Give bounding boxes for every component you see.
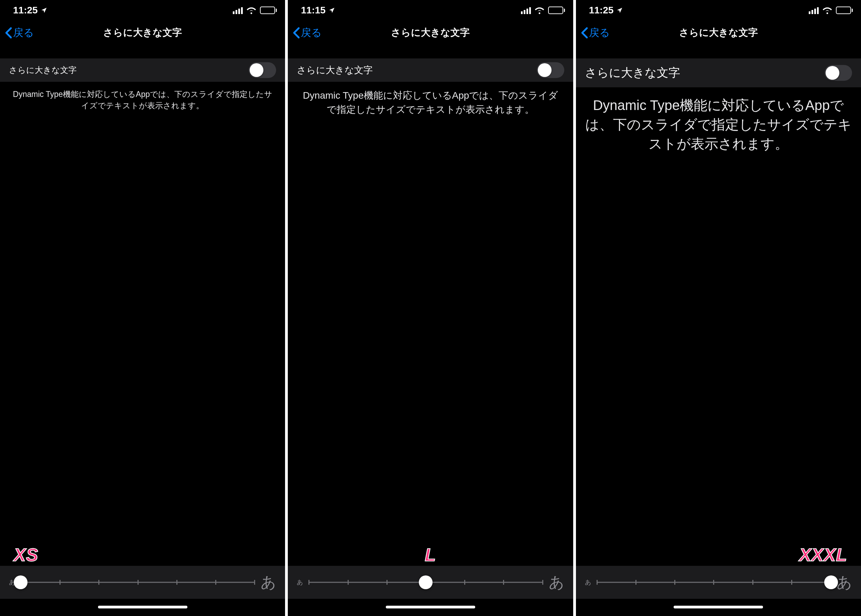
description-text: Dynamic Type機能に対応しているAppでは、下のスライダで指定したサイ… bbox=[288, 82, 573, 116]
toggle-switch[interactable] bbox=[249, 62, 276, 78]
text-size-slider-bar: あ あ bbox=[576, 566, 861, 599]
back-button[interactable]: 戻る bbox=[581, 26, 610, 40]
status-bar: 11:15 bbox=[288, 0, 573, 20]
back-button[interactable]: 戻る bbox=[293, 26, 322, 40]
screen-l: 11:15 戻る さらに大きな文字 bbox=[288, 0, 573, 616]
slider-min-glyph: あ bbox=[585, 578, 591, 586]
slider-min-glyph: あ bbox=[297, 578, 303, 586]
home-indicator[interactable] bbox=[674, 606, 763, 608]
screen-xs: 11:25 戻る さらに大きな文字 bbox=[0, 0, 285, 616]
toggle-switch[interactable] bbox=[825, 65, 852, 81]
home-indicator-area bbox=[576, 599, 861, 616]
wifi-icon bbox=[534, 6, 545, 14]
cellular-icon bbox=[809, 6, 819, 14]
size-badge: XXXL bbox=[799, 545, 847, 565]
back-label: 戻る bbox=[13, 26, 34, 40]
page-title: さらに大きな文字 bbox=[391, 26, 470, 39]
text-size-slider[interactable] bbox=[597, 575, 831, 589]
status-time: 11:25 bbox=[13, 5, 38, 16]
status-bar: 11:25 bbox=[576, 0, 861, 20]
cellular-icon bbox=[233, 6, 243, 14]
status-time: 11:25 bbox=[589, 5, 614, 16]
status-time: 11:15 bbox=[301, 5, 326, 16]
page-title: さらに大きな文字 bbox=[679, 26, 758, 39]
description-text: Dynamic Type機能に対応しているAppでは、下のスライダで指定したサイ… bbox=[0, 82, 285, 112]
size-badge: XS bbox=[14, 545, 38, 565]
back-button[interactable]: 戻る bbox=[5, 26, 34, 40]
home-indicator[interactable] bbox=[98, 606, 187, 608]
wifi-icon bbox=[246, 6, 257, 14]
larger-text-toggle-row[interactable]: さらに大きな文字 bbox=[0, 58, 285, 82]
nav-bar: 戻る さらに大きな文字 bbox=[288, 20, 573, 45]
slider-max-glyph: あ bbox=[261, 572, 276, 592]
text-size-slider-bar: あ あ bbox=[288, 566, 573, 599]
text-size-slider-bar: あ あ bbox=[0, 566, 285, 599]
nav-bar: 戻る さらに大きな文字 bbox=[0, 20, 285, 45]
description-text: Dynamic Type機能に対応しているAppでは、下のスライダで指定したサイ… bbox=[576, 87, 861, 153]
home-indicator-area bbox=[0, 599, 285, 616]
slider-max-glyph: あ bbox=[549, 572, 564, 592]
larger-text-toggle-row[interactable]: さらに大きな文字 bbox=[576, 58, 861, 87]
size-badge: L bbox=[425, 545, 436, 565]
battery-icon bbox=[548, 6, 565, 14]
toggle-label: さらに大きな文字 bbox=[297, 64, 373, 76]
back-label: 戻る bbox=[589, 26, 610, 40]
back-label: 戻る bbox=[301, 26, 322, 40]
wifi-icon bbox=[822, 6, 833, 14]
slider-max-glyph: あ bbox=[837, 572, 852, 592]
toggle-label: さらに大きな文字 bbox=[585, 65, 680, 81]
battery-icon bbox=[260, 6, 277, 14]
larger-text-toggle-row[interactable]: さらに大きな文字 bbox=[288, 58, 573, 82]
page-title: さらに大きな文字 bbox=[103, 26, 182, 39]
toggle-switch[interactable] bbox=[537, 62, 564, 78]
text-size-slider[interactable] bbox=[309, 575, 543, 589]
status-bar: 11:25 bbox=[0, 0, 285, 20]
location-icon bbox=[328, 7, 335, 14]
text-size-slider[interactable] bbox=[20, 575, 255, 589]
home-indicator-area bbox=[288, 599, 573, 616]
nav-bar: 戻る さらに大きな文字 bbox=[576, 20, 861, 45]
screen-xxxl: 11:25 戻る さらに大きな文字 bbox=[576, 0, 861, 616]
cellular-icon bbox=[521, 6, 531, 14]
battery-icon bbox=[836, 6, 853, 14]
home-indicator[interactable] bbox=[386, 606, 475, 608]
toggle-label: さらに大きな文字 bbox=[9, 64, 77, 75]
location-icon bbox=[616, 7, 623, 14]
location-icon bbox=[41, 7, 47, 14]
